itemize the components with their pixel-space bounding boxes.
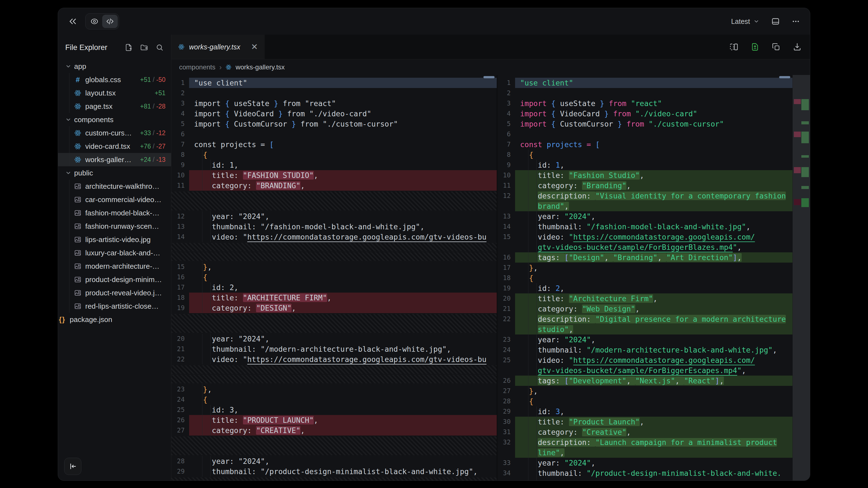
tree-file-package.json[interactable]: {}package.json — [58, 313, 171, 326]
diff-pane-new[interactable]: 1"use client"23import { useState } from … — [497, 75, 793, 481]
code-line[interactable]: 3import { useState } from "react" — [171, 98, 497, 108]
code-line[interactable]: 17 id: 2, — [171, 282, 497, 293]
code-line[interactable]: 9 id: 1, — [497, 160, 793, 170]
code-line[interactable]: 18 { — [497, 273, 793, 283]
code-line[interactable]: 4import { VideoCard } from "./video-card… — [171, 108, 497, 119]
search-files-button[interactable] — [155, 43, 164, 52]
version-dropdown[interactable]: Latest — [731, 18, 760, 26]
tree-folder-public[interactable]: public — [58, 166, 171, 180]
code-line[interactable]: 27 }, — [497, 386, 793, 396]
code-line[interactable]: 32 description: "Launch campaign for a m… — [497, 437, 793, 448]
code-line[interactable]: 27 category: "CREATIVE", — [171, 425, 497, 435]
code-line[interactable]: line", — [497, 448, 793, 458]
code-line[interactable]: 11 category: "BRANDING", — [171, 181, 497, 191]
split-view-button[interactable] — [730, 42, 738, 51]
code-line[interactable]: 25 id: 3, — [171, 405, 497, 415]
collapse-sidebar-button[interactable] — [64, 458, 81, 475]
tree-file-lips-artistic-video.jpg[interactable]: lips-artistic-video.jpg — [58, 233, 171, 246]
tree-file-architecture-walkthro-[interactable]: architecture-walkthro… — [58, 180, 171, 193]
toggle-bottom-panel-button[interactable] — [771, 17, 780, 26]
diff-overview-ruler[interactable] — [793, 75, 810, 481]
code-line[interactable]: 19 category: "DESIGN", — [171, 303, 497, 313]
code-line[interactable]: 28 { — [497, 396, 793, 406]
tree-folder-app[interactable]: app — [58, 60, 171, 73]
code-line[interactable]: 14 video: "https://commondatastorage.goo… — [171, 232, 497, 242]
code-line[interactable]: 14 thumbnail: "/fashion-model-black-and-… — [497, 222, 793, 232]
code-line[interactable]: 7const projects = [ — [171, 139, 497, 150]
tree-file-layout.tsx[interactable]: layout.tsx+51 — [58, 86, 171, 100]
code-line[interactable]: 23 }, — [171, 384, 497, 394]
code-line[interactable]: 21 category: "Web Design", — [497, 304, 793, 314]
new-file-button[interactable] — [124, 43, 133, 52]
code-line[interactable]: 19 id: 2, — [497, 283, 793, 293]
breadcrumb-file[interactable]: works-gallery.tsx — [236, 63, 285, 71]
copy-file-button[interactable] — [772, 42, 780, 51]
code-line[interactable]: gtv-videos-bucket/sample/ForBiggerBlazes… — [497, 242, 793, 252]
code-line[interactable]: 5import { CustomCursor } from "./custom-… — [497, 119, 793, 129]
code-line[interactable]: 1"use client" — [497, 78, 793, 88]
code-line[interactable]: 29 id: 3, — [497, 406, 793, 417]
preview-toggle-button[interactable] — [87, 15, 102, 28]
tab-close-icon[interactable]: ✕ — [251, 43, 258, 51]
code-line[interactable]: 18 title: "ARCHITECTURE FIRM", — [171, 293, 497, 303]
code-line[interactable]: 6 — [171, 129, 497, 139]
code-line[interactable]: 16 { — [171, 272, 497, 282]
code-line[interactable]: 23 year: "2024", — [497, 334, 793, 345]
code-line[interactable]: 11 category: "Branding", — [497, 181, 793, 191]
code-line[interactable]: 8 { — [497, 150, 793, 160]
code-line[interactable]: 34 thumbnail: "/product-design-minimalis… — [497, 468, 793, 478]
code-line[interactable]: 9 id: 1, — [171, 160, 497, 170]
code-line[interactable]: jpg", — [497, 478, 793, 481]
code-line[interactable]: 13 thumbnail: "/fashion-model-black-and-… — [171, 222, 497, 232]
code-line[interactable]: 15 video: "https://commondatastorage.goo… — [497, 232, 793, 242]
code-line[interactable]: 2 — [497, 88, 793, 98]
new-folder-button[interactable] — [140, 43, 148, 52]
code-line[interactable]: 33 year: "2024", — [497, 458, 793, 468]
code-line[interactable]: 7const projects = [ — [497, 139, 793, 150]
tree-file-custom-curs-[interactable]: custom-curs…+33 / -12 — [58, 126, 171, 140]
code-line[interactable]: 3import { useState } from "react" — [497, 98, 793, 108]
tree-file-product-design-minim-[interactable]: product-design-minim… — [58, 273, 171, 286]
code-line[interactable]: 5import { CustomCursor } from "./custom-… — [171, 119, 497, 129]
code-line[interactable]: 15 }, — [171, 262, 497, 272]
code-line[interactable]: 28 year: "2024", — [171, 456, 497, 466]
code-line[interactable]: 22 description: "Digital presence for a … — [497, 314, 793, 324]
code-line[interactable]: 4import { VideoCard } from "./video-card… — [497, 108, 793, 119]
tab-works-gallery[interactable]: works-gallery.tsx ✕ — [171, 35, 265, 59]
tree-file-works-galler-[interactable]: works-galler…+24 / -13 — [58, 153, 171, 166]
diff-view-button[interactable] — [750, 42, 760, 51]
diff-pane-old[interactable]: 1"use client"23import { useState } from … — [171, 75, 497, 481]
code-line[interactable]: 20 title: "Architecture Firm", — [497, 293, 793, 304]
code-line[interactable]: 24 thumbnail: "/modern-architecture-blac… — [497, 345, 793, 355]
tree-file-fashion-runway-scen-[interactable]: fashion-runway-scen… — [58, 220, 171, 233]
code-line[interactable]: 31 category: "Creative", — [497, 427, 793, 437]
code-line[interactable]: 26 title: "PRODUCT LAUNCH", — [171, 415, 497, 425]
code-line[interactable]: 2 — [171, 88, 497, 98]
tree-file-modern-architecture-[interactable]: modern-architecture-… — [58, 260, 171, 273]
code-line[interactable]: 10 title: "FASHION STUDIO", — [171, 170, 497, 181]
code-line[interactable]: 20 year: "2024", — [171, 334, 497, 344]
more-options-button[interactable] — [792, 17, 800, 26]
tree-file-page.tsx[interactable]: page.tsx+81 / -28 — [58, 100, 171, 113]
tree-file-fashion-model-black-[interactable]: fashion-model-black-… — [58, 206, 171, 220]
code-line[interactable]: gtv-videos-bucket/sample/ForBiggerEscape… — [497, 365, 793, 376]
download-button[interactable] — [793, 42, 802, 51]
code-line[interactable]: brand", — [497, 201, 793, 211]
tree-folder-components[interactable]: components — [58, 113, 171, 126]
tree-file-globals.css[interactable]: #globals.css+51 / -50 — [58, 73, 171, 86]
breadcrumb-folder[interactable]: components — [179, 63, 215, 71]
code-line[interactable]: 6 — [497, 129, 793, 139]
code-line[interactable]: 12 description: "Visual identity for a c… — [497, 191, 793, 201]
code-line[interactable]: 10 title: "Fashion Studio", — [497, 170, 793, 181]
code-line[interactable]: 25 video: "https://commondatastorage.goo… — [497, 355, 793, 365]
tree-file-red-lips-artistic-close-[interactable]: red-lips-artistic-close… — [58, 299, 171, 313]
code-line[interactable]: 1"use client" — [171, 78, 497, 88]
code-line[interactable]: 8 { — [171, 150, 497, 160]
code-line[interactable]: 30 title: "Product Launch", — [497, 417, 793, 427]
tree-file-product-reveal-video.j-[interactable]: product-reveal-video.j… — [58, 286, 171, 299]
code-line[interactable]: 17 }, — [497, 263, 793, 273]
tree-file-car-commercial-video-[interactable]: car-commercial-video… — [58, 193, 171, 206]
tree-file-video-card.tsx[interactable]: video-card.tsx+76 / -27 — [58, 140, 171, 153]
code-line[interactable]: 24 { — [171, 394, 497, 405]
code-line[interactable]: studio", — [497, 324, 793, 334]
